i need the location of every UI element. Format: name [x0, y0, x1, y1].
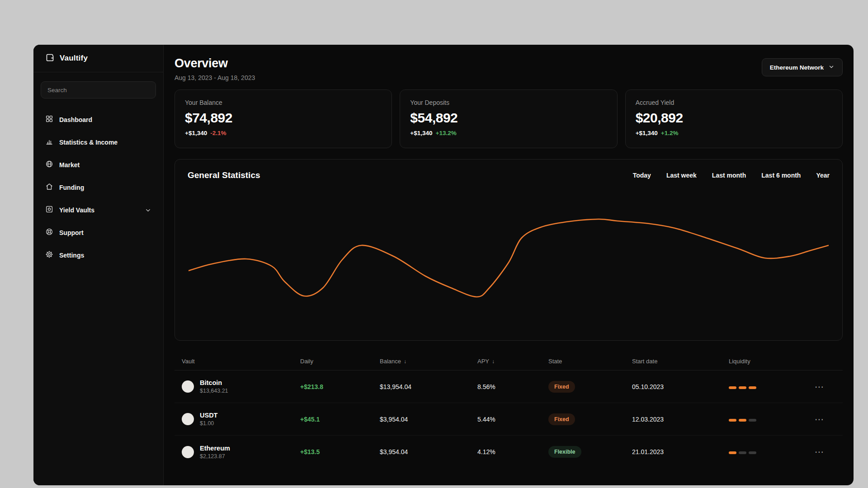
general-statistics-chart: [189, 201, 829, 337]
liquidity-dash: [739, 386, 746, 389]
sidebar-item-label: Settings: [59, 252, 84, 259]
liquidity-indicator: [729, 451, 756, 454]
stat-card-change-amount: +$1,340: [185, 130, 207, 136]
home-icon: [45, 183, 53, 192]
wallet-icon: [45, 53, 55, 64]
liquidity-dash: [749, 451, 756, 454]
row-menu-button[interactable]: ⋯: [815, 447, 825, 457]
date-range: Aug 13, 2023 - Aug 18, 2023: [175, 74, 255, 81]
sidebar-item-settings[interactable]: Settings: [38, 244, 159, 267]
row-menu-button[interactable]: ⋯: [815, 414, 825, 424]
main-content: Overview Aug 13, 2023 - Aug 18, 2023 Eth…: [164, 45, 854, 485]
coin-avatar: [182, 413, 194, 425]
liquidity-dash: [739, 419, 746, 422]
stat-card-label: Accrued Yield: [636, 99, 832, 106]
stat-card-label: Your Balance: [185, 99, 382, 106]
stat-card-change-percent: -2.1%: [210, 130, 226, 136]
balance-value: $3,954.04: [380, 448, 477, 455]
sidebar-item-label: Statistics & Income: [59, 139, 118, 146]
vaults-table: Vault Daily Balance↓ APY↓ State Start da…: [175, 352, 843, 468]
state-badge: Fixed: [548, 381, 575, 393]
stat-card-change-percent: +1.2%: [661, 130, 679, 136]
stat-card-yield: Accrued Yield $20,892 +$1,340+1.2%: [625, 89, 843, 148]
sort-desc-icon: ↓: [492, 358, 495, 365]
stat-card-deposits: Your Deposits $54,892 +$1,340+13.2%: [400, 89, 617, 148]
sidebar-item-dashboard[interactable]: Dashboard: [38, 108, 159, 131]
state-badge: Fixed: [548, 413, 575, 425]
sidebar-item-yield-vaults[interactable]: Yield Vaults: [38, 199, 159, 221]
start-date: 12.03.2023: [632, 416, 729, 423]
apy-value: 5.44%: [477, 416, 548, 423]
liquidity-dash: [749, 386, 756, 389]
table-row[interactable]: Bitcoin $13,643.21 +$213.8 $13,954.04 8.…: [175, 371, 843, 403]
sidebar-item-market[interactable]: Market: [38, 154, 159, 176]
table-header: Vault Daily Balance↓ APY↓ State Start da…: [175, 352, 843, 371]
gear-icon: [45, 250, 53, 260]
section-title: General Statistics: [188, 170, 260, 180]
tab-last-6-month[interactable]: Last 6 month: [761, 172, 801, 179]
tab-last-week[interactable]: Last week: [666, 172, 697, 179]
vault-name: Ethereum: [200, 445, 230, 452]
general-statistics-card: General Statistics Today Last week Last …: [175, 159, 843, 341]
sidebar-item-label: Dashboard: [59, 116, 92, 123]
start-date: 05.10.2023: [632, 383, 729, 390]
sidebar-item-funding[interactable]: Funding: [38, 176, 159, 199]
sidebar-item-label: Yield Vaults: [59, 206, 94, 214]
network-selector-label: Ethereum Network: [770, 64, 824, 71]
daily-change: +$45.1: [300, 416, 380, 423]
row-menu-button[interactable]: ⋯: [815, 382, 825, 392]
sidebar-item-statistics[interactable]: Statistics & Income: [38, 131, 159, 154]
stat-card-value: $74,892: [185, 110, 382, 126]
liquidity-dash: [729, 386, 736, 389]
stat-card-change-amount: +$1,340: [636, 130, 658, 136]
vault-name: USDT: [200, 412, 217, 419]
col-daily[interactable]: Daily: [300, 358, 380, 365]
liquidity-dash: [739, 451, 746, 454]
col-start-date[interactable]: Start date: [632, 358, 729, 365]
sidebar: Vaultify Dashboard: [33, 45, 164, 485]
network-selector[interactable]: Ethereum Network: [762, 58, 843, 76]
liquidity-indicator: [729, 419, 756, 422]
stat-card-change-amount: +$1,340: [410, 130, 432, 136]
daily-change: +$13.5: [300, 448, 380, 455]
chevron-down-icon[interactable]: [145, 207, 151, 214]
col-apy[interactable]: APY↓: [477, 358, 548, 365]
table-row[interactable]: Ethereum $2,123.87 +$13.5 $3,954.04 4.12…: [175, 436, 843, 468]
coin-avatar: [182, 446, 194, 458]
sort-desc-icon: ↓: [404, 358, 406, 365]
globe-icon: [45, 160, 53, 170]
chevron-down-icon: [828, 64, 835, 71]
stat-card-change-percent: +13.2%: [436, 130, 457, 136]
logo: Vaultify: [33, 45, 163, 72]
col-balance[interactable]: Balance↓: [380, 358, 477, 365]
sidebar-item-label: Support: [59, 229, 84, 236]
tab-year[interactable]: Year: [816, 172, 830, 179]
stat-card-value: $20,892: [636, 110, 832, 126]
balance-value: $3,954.04: [380, 416, 477, 423]
sidebar-item-support[interactable]: Support: [38, 221, 159, 244]
liquidity-dash: [729, 451, 736, 454]
vault-icon: [45, 205, 53, 215]
balance-value: $13,954.04: [380, 383, 477, 390]
tab-today[interactable]: Today: [633, 172, 651, 179]
stat-card-value: $54,892: [410, 110, 607, 126]
vault-price: $13,643.21: [200, 388, 228, 394]
sidebar-nav: Dashboard Statistics & Income Market: [33, 102, 163, 273]
lifebuoy-icon: [45, 228, 53, 238]
app-window: Vaultify Dashboard: [33, 45, 854, 485]
apy-value: 4.12%: [477, 448, 548, 455]
sidebar-item-label: Funding: [59, 184, 84, 191]
page-header: Overview Aug 13, 2023 - Aug 18, 2023 Eth…: [175, 45, 843, 81]
grid-icon: [45, 115, 53, 125]
tab-last-month[interactable]: Last month: [712, 172, 746, 179]
liquidity-indicator: [729, 386, 756, 389]
col-vault[interactable]: Vault: [182, 358, 300, 365]
liquidity-dash: [729, 419, 736, 422]
search-input[interactable]: [41, 81, 156, 99]
stat-cards: Your Balance $74,892 +$1,340-2.1% Your D…: [175, 89, 843, 148]
table-row[interactable]: USDT $1.00 +$45.1 $3,954.04 5.44% Fixed …: [175, 403, 843, 436]
stat-card-balance: Your Balance $74,892 +$1,340-2.1%: [175, 89, 392, 148]
statistics-line: [189, 219, 829, 297]
col-liquidity[interactable]: Liquidity: [729, 358, 815, 365]
col-state[interactable]: State: [548, 358, 632, 365]
